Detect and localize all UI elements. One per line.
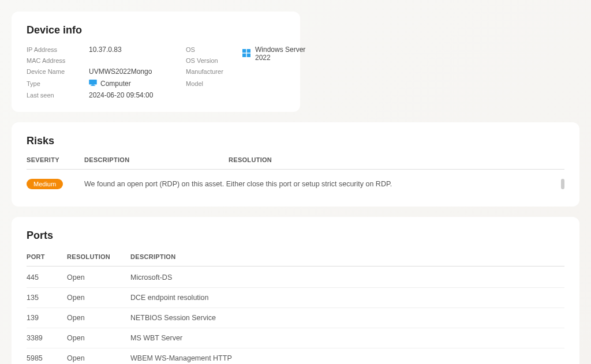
ports-table-header: PORT RESOLUTION DESCRIPTION [27,251,564,267]
risks-table-header: SEVERITY DESCRIPTION RESOLUTION [27,156,564,170]
risks-table-body: MediumWe found an open port (RDP) on thi… [27,171,564,194]
computer-icon [89,79,97,88]
type-value-cell: Computer [89,79,181,88]
ports-card: Ports PORT RESOLUTION DESCRIPTION 445Ope… [12,217,579,364]
port-resolution: Open [67,294,130,302]
port-description: DCE endpoint resolution [130,294,564,302]
severity-badge: Medium [27,179,63,189]
device-name-label: Device Name [27,68,84,75]
os-value-cell: Windows Server 2022 [242,46,317,62]
svg-rect-6 [91,85,95,86]
os-version-label: OS Version [186,57,238,64]
risks-header-description: DESCRIPTION [84,156,229,163]
port-description: WBEM WS-Management HTTP [130,354,564,362]
svg-rect-1 [247,49,250,52]
last-seen-value: 2024-06-20 09:54:00 [89,91,181,99]
svg-rect-5 [91,84,94,85]
last-seen-label: Last seen [27,92,84,99]
device-info-grid: IP Address 10.37.0.83 OS Windows Server … [27,46,285,99]
svg-rect-3 [247,53,250,57]
port-resolution: Open [67,314,130,322]
ports-row[interactable]: 3389OpenMS WBT Server [27,328,564,348]
device-name-value: UVMWS2022Mongo [89,67,181,76]
risk-description: We found an open port (RDP) on this asse… [84,180,558,188]
os-value: Windows Server 2022 [255,46,317,62]
ports-row[interactable]: 445OpenMicrosoft-DS [27,268,564,288]
ports-title: Ports [27,230,564,242]
type-label: Type [27,80,84,87]
risks-header-severity: SEVERITY [27,156,84,163]
port-number: 3389 [27,334,67,342]
port-resolution: Open [67,334,130,342]
ports-header-port: PORT [27,253,67,260]
risks-header-resolution: RESOLUTION [229,156,564,163]
scrollbar-thumb[interactable] [561,179,564,189]
svg-rect-2 [242,53,246,57]
ip-address-label: IP Address [27,46,84,53]
ports-row[interactable]: 135OpenDCE endpoint resolution [27,288,564,308]
device-info-title: Device info [27,24,285,36]
model-label: Model [186,80,238,87]
os-label: OS [186,46,238,53]
ports-row[interactable]: 139OpenNETBIOS Session Service [27,308,564,328]
ports-header-resolution: RESOLUTION [67,253,130,260]
risks-card: Risks SEVERITY DESCRIPTION RESOLUTION Me… [12,122,579,207]
port-description: NETBIOS Session Service [130,314,564,322]
port-resolution: Open [67,273,130,282]
type-value: Computer [100,80,131,88]
ports-row[interactable]: 5985OpenWBEM WS-Management HTTP [27,348,564,364]
risks-row[interactable]: MediumWe found an open port (RDP) on thi… [27,171,564,194]
windows-icon [242,49,250,59]
risks-title: Risks [27,135,564,147]
svg-rect-4 [89,80,97,84]
svg-rect-0 [242,49,246,52]
port-number: 139 [27,314,67,322]
port-number: 5985 [27,354,67,362]
device-info-card: Device info IP Address 10.37.0.83 OS Win… [12,12,300,112]
port-number: 445 [27,273,67,282]
ports-table-body: 445OpenMicrosoft-DS135OpenDCE endpoint r… [27,268,564,364]
mac-address-label: MAC Address [27,57,84,64]
port-number: 135 [27,294,67,302]
port-description: Microsoft-DS [130,273,564,282]
port-description: MS WBT Server [130,334,564,342]
ports-header-description: DESCRIPTION [130,253,564,260]
manufacturer-label: Manufacturer [186,68,238,75]
port-resolution: Open [67,354,130,362]
ip-address-value: 10.37.0.83 [89,46,181,54]
